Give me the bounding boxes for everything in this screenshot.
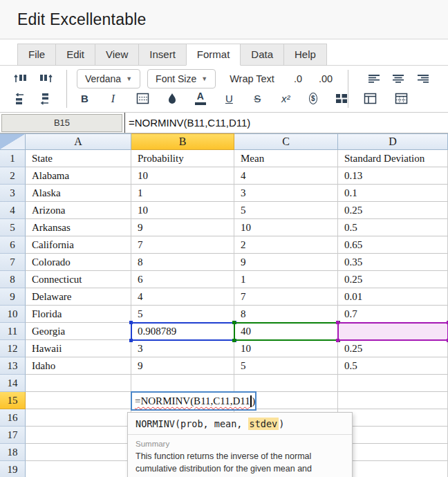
cell-B6[interactable]: 7 bbox=[131, 236, 234, 254]
column-header-b[interactable]: B bbox=[131, 133, 234, 150]
cell-D1[interactable]: Standard Deviation bbox=[338, 150, 448, 167]
cell-C10[interactable]: 8 bbox=[234, 306, 338, 323]
cell-B3[interactable]: 1 bbox=[131, 185, 234, 202]
cell-A10[interactable]: Florida bbox=[26, 306, 131, 323]
column-header-c[interactable]: C bbox=[234, 133, 338, 150]
underline-button[interactable]: U bbox=[224, 93, 234, 104]
menu-tab-view[interactable]: View bbox=[95, 44, 138, 66]
cell-A14[interactable] bbox=[26, 375, 131, 392]
row-header-8[interactable]: 8 bbox=[0, 271, 26, 288]
cell-B5[interactable]: 9 bbox=[131, 219, 234, 236]
wrap-text-button[interactable]: Wrap Text bbox=[230, 73, 274, 84]
merge-cells-icon[interactable] bbox=[335, 93, 348, 104]
formula-input[interactable]: =NORMINV(B11,C11,D11) bbox=[124, 113, 448, 133]
cell-C14[interactable] bbox=[234, 375, 338, 392]
cell-A11[interactable]: Georgia bbox=[26, 323, 131, 340]
cell-A8[interactable]: Connecticut bbox=[26, 271, 131, 288]
menu-tab-insert[interactable]: Insert bbox=[138, 44, 186, 66]
menu-tab-data[interactable]: Data bbox=[241, 44, 283, 66]
table-gridlines-icon[interactable] bbox=[395, 93, 408, 104]
row-header-18[interactable]: 18 bbox=[0, 444, 26, 461]
cell-C7[interactable]: 9 bbox=[234, 254, 338, 271]
cell-B14[interactable] bbox=[131, 375, 234, 392]
cell-D8[interactable]: 0.25 bbox=[338, 271, 448, 288]
row-header-2[interactable]: 2 bbox=[0, 167, 26, 185]
align-center-icon[interactable] bbox=[392, 74, 404, 84]
insert-row-after-icon[interactable] bbox=[39, 93, 53, 105]
column-header-d[interactable]: D bbox=[338, 133, 448, 150]
align-left-icon[interactable] bbox=[368, 74, 380, 84]
cell-D14[interactable] bbox=[338, 375, 448, 392]
cell-C6[interactable]: 2 bbox=[234, 236, 338, 254]
row-header-3[interactable]: 3 bbox=[0, 185, 26, 202]
table-header-style-icon[interactable] bbox=[364, 93, 377, 104]
cell-A15[interactable] bbox=[26, 392, 131, 409]
cell-D5[interactable]: 0.5 bbox=[338, 219, 448, 236]
cell-name-box[interactable]: B15 bbox=[1, 114, 122, 132]
cell-C3[interactable]: 3 bbox=[234, 185, 338, 202]
row-header-12[interactable]: 12 bbox=[0, 340, 26, 357]
cell-D15[interactable] bbox=[338, 392, 448, 409]
cell-C11[interactable]: 40 bbox=[234, 323, 338, 340]
cell-B2[interactable]: 10 bbox=[131, 167, 234, 185]
cell-A2[interactable]: Alabama bbox=[26, 167, 131, 185]
menu-tab-file[interactable]: File bbox=[17, 44, 55, 66]
row-header-15[interactable]: 15 bbox=[0, 392, 26, 409]
cell-D7[interactable]: 0.35 bbox=[338, 254, 448, 271]
row-header-6[interactable]: 6 bbox=[0, 236, 26, 254]
row-header-16[interactable]: 16 bbox=[0, 409, 26, 427]
cell-A3[interactable]: Alaska bbox=[26, 185, 131, 202]
cell-A18[interactable] bbox=[26, 444, 131, 461]
cell-A16[interactable] bbox=[26, 409, 131, 427]
menu-tab-help[interactable]: Help bbox=[283, 44, 327, 66]
cell-editor-b15[interactable]: =NORMINV(B11,C11,D11) bbox=[131, 391, 256, 411]
cell-B7[interactable]: 8 bbox=[131, 254, 234, 271]
row-header-4[interactable]: 4 bbox=[0, 202, 26, 219]
font-family-dropdown[interactable]: Verdana ▼ bbox=[77, 69, 140, 88]
font-size-dropdown[interactable]: Font Size ▼ bbox=[147, 69, 216, 88]
cell-C4[interactable]: 5 bbox=[234, 202, 338, 219]
cell-C1[interactable]: Mean bbox=[234, 150, 338, 167]
cell-D2[interactable]: 0.13 bbox=[338, 167, 448, 185]
cell-C12[interactable]: 10 bbox=[234, 340, 338, 357]
cell-A6[interactable]: California bbox=[26, 236, 131, 254]
row-header-5[interactable]: 5 bbox=[0, 219, 26, 236]
increase-decimal-button[interactable]: .00 bbox=[319, 73, 333, 84]
cell-D17[interactable] bbox=[338, 427, 448, 444]
row-header-17[interactable]: 17 bbox=[0, 427, 26, 444]
cell-A13[interactable]: Idaho bbox=[26, 357, 131, 375]
cell-D4[interactable]: 0.25 bbox=[338, 202, 448, 219]
row-header-19[interactable]: 19 bbox=[0, 461, 26, 477]
row-header-13[interactable]: 13 bbox=[0, 357, 26, 375]
cell-C5[interactable]: 10 bbox=[234, 219, 338, 236]
cell-C13[interactable]: 5 bbox=[234, 357, 338, 375]
cell-A19[interactable] bbox=[26, 461, 131, 477]
cell-C2[interactable]: 4 bbox=[234, 167, 338, 185]
strikethrough-button[interactable]: S bbox=[252, 93, 263, 104]
cell-B11[interactable]: 0.908789 bbox=[131, 323, 234, 340]
select-all-corner[interactable] bbox=[0, 133, 26, 150]
cell-D13[interactable]: 0.5 bbox=[338, 357, 448, 375]
cell-A17[interactable] bbox=[26, 427, 131, 444]
cell-B10[interactable]: 5 bbox=[131, 306, 234, 323]
cell-A12[interactable]: Hawaii bbox=[26, 340, 131, 357]
cell-D9[interactable]: 0.01 bbox=[338, 288, 448, 306]
bold-button[interactable]: B bbox=[80, 93, 90, 104]
cell-D3[interactable]: 0.1 bbox=[338, 185, 448, 202]
menu-tab-format[interactable]: Format bbox=[186, 44, 241, 66]
cell-A9[interactable]: Delaware bbox=[26, 288, 131, 306]
cell-B4[interactable]: 10 bbox=[131, 202, 234, 219]
decrease-decimal-button[interactable]: .0 bbox=[294, 73, 302, 84]
cell-B12[interactable]: 3 bbox=[131, 340, 234, 357]
cell-D11[interactable]: 1.5 bbox=[338, 323, 448, 340]
fill-color-icon[interactable] bbox=[167, 93, 177, 104]
row-header-10[interactable]: 10 bbox=[0, 306, 26, 323]
superscript-button[interactable]: x² bbox=[281, 93, 291, 104]
cell-D16[interactable] bbox=[338, 409, 448, 427]
cell-B8[interactable]: 6 bbox=[131, 271, 234, 288]
cell-D10[interactable]: 0.7 bbox=[338, 306, 448, 323]
cell-C8[interactable]: 1 bbox=[234, 271, 338, 288]
align-right-icon[interactable] bbox=[417, 74, 429, 84]
cell-A4[interactable]: Arizona bbox=[26, 202, 131, 219]
cell-D12[interactable]: 0.25 bbox=[338, 340, 448, 357]
